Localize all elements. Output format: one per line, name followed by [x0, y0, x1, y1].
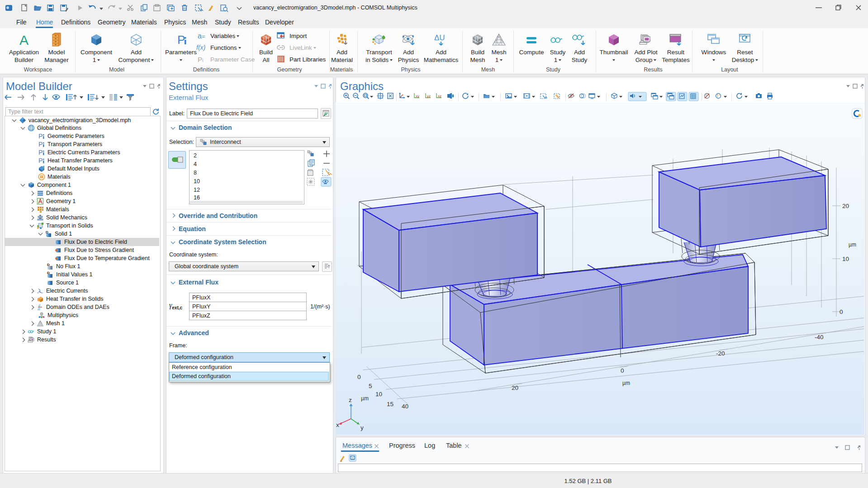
svg-text:-40: -40 [815, 334, 824, 341]
svg-text:yz: yz [427, 94, 431, 98]
svg-text:5: 5 [369, 383, 372, 389]
svg-text:xz: xz [438, 94, 441, 98]
svg-text:xy: xy [416, 94, 419, 98]
svg-text:10: 10 [375, 391, 382, 398]
svg-text:A: A [19, 33, 28, 47]
svg-text:dt: dt [38, 307, 41, 311]
svg-text:−: − [41, 291, 43, 294]
svg-text:20: 20 [842, 203, 849, 209]
svg-text:P: P [38, 157, 43, 164]
svg-text:0: 0 [357, 374, 361, 380]
svg-text:y: y [360, 424, 364, 431]
svg-text:µm: µm [849, 242, 856, 248]
svg-text:P: P [38, 149, 43, 156]
svg-text:0: 0 [840, 308, 843, 315]
svg-text:40: 40 [402, 403, 408, 410]
svg-text:-20: -20 [716, 350, 725, 357]
svg-text:P: P [38, 133, 43, 140]
svg-text:+: + [37, 291, 39, 294]
svg-text:µm: µm [361, 395, 369, 402]
svg-text:15: 15 [387, 401, 394, 407]
svg-text:x: x [336, 422, 339, 428]
svg-text:P: P [38, 141, 43, 148]
svg-text:ΔU: ΔU [434, 33, 445, 42]
svg-text:20: 20 [512, 384, 518, 391]
svg-text:z: z [349, 397, 352, 403]
svg-text:0: 0 [621, 367, 624, 374]
svg-text:10: 10 [842, 256, 849, 262]
svg-text:P: P [177, 33, 185, 47]
svg-text:µm: µm [622, 380, 630, 386]
